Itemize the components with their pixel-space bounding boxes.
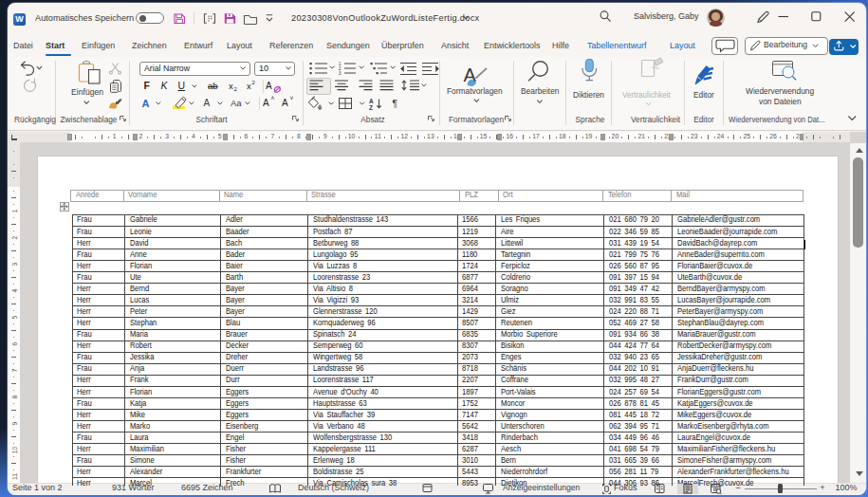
svg-text:Z: Z — [369, 104, 373, 111]
svg-text:3: 3 — [339, 70, 342, 76]
